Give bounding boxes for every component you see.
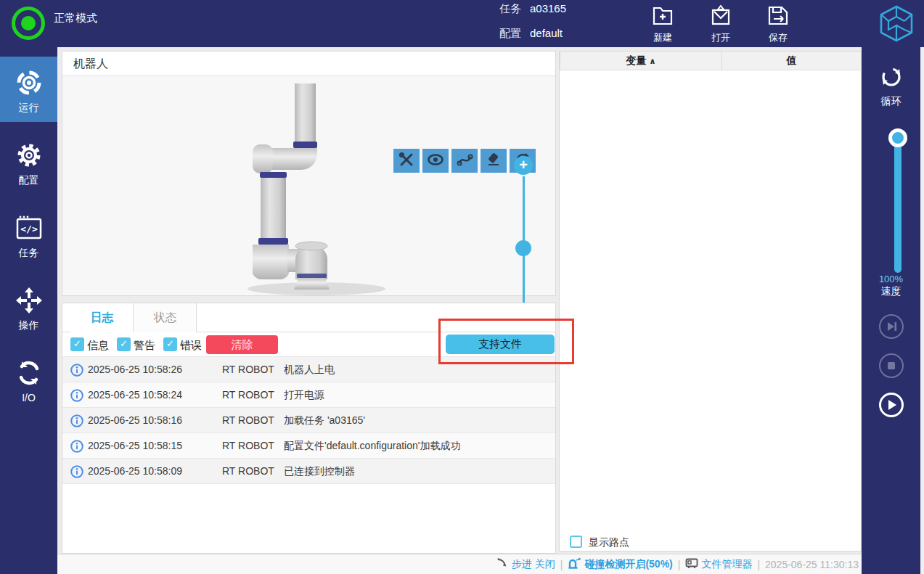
viewport-zoom-control: + −: [512, 156, 534, 327]
clock-timestamp: 2025-06-25 11:30:13: [765, 559, 859, 570]
save-icon: [766, 17, 790, 30]
tools-icon: [398, 152, 414, 171]
app-window: 正常模式 任务a03165 配置default 新建 打开 保存: [0, 0, 924, 574]
save-button[interactable]: 保存: [755, 4, 801, 45]
skip-icon: [880, 327, 902, 340]
left-sidebar: 运行 配置 </> 任务 操作 I/O 2AF3: [0, 47, 57, 574]
log-message: 打开电源: [284, 389, 324, 402]
log-time: 2025-06-25 10:58:15: [88, 440, 182, 451]
zoom-slider-knob[interactable]: [515, 240, 531, 256]
log-row[interactable]: 2025-06-25 10:58:16 RT ROBOT 加载任务 'a0316…: [62, 408, 555, 433]
robot-3d-viewport[interactable]: + −: [62, 76, 555, 295]
tab-status[interactable]: 状态: [134, 303, 197, 332]
sidebar-item-label: 操作: [0, 319, 57, 332]
loop-label: 循环: [862, 95, 920, 108]
open-button[interactable]: 打开: [698, 4, 744, 45]
gear-icon: [15, 160, 44, 172]
right-rail: 循环 100% 速度: [862, 47, 920, 574]
collision-icon: [568, 557, 581, 572]
collision-detect-item[interactable]: 碰撞检测开启(50%): [568, 557, 672, 572]
log-panel: 日志 状态 ✓ 信息 ✓ 警告 ✓ 错误 清除 支持文件 2025-06-25 …: [62, 303, 556, 554]
top-bar: 正常模式 任务a03165 配置default 新建 打开 保存: [0, 0, 924, 47]
file-manager-item[interactable]: 文件管理器: [685, 557, 752, 571]
log-time: 2025-06-25 10:58:26: [88, 364, 182, 375]
log-row[interactable]: 2025-06-25 10:58:24 RT ROBOT 打开电源: [62, 382, 555, 408]
trajectory-button[interactable]: [451, 149, 478, 173]
sidebar-item-run[interactable]: 运行: [0, 57, 57, 122]
robot-panel: 机器人: [62, 51, 556, 296]
show-waypoints-checkbox[interactable]: [570, 536, 582, 548]
variable-header-label: 变量: [626, 54, 647, 66]
new-file-icon: [650, 17, 675, 30]
stop-button[interactable]: [879, 353, 904, 378]
sidebar-item-label: 运行: [0, 102, 57, 115]
save-button-label: 保存: [755, 31, 801, 44]
sidebar-item-label: 任务: [0, 247, 57, 260]
brand-logo-icon: [877, 4, 916, 44]
sort-caret-icon: ∧: [649, 57, 655, 65]
error-checkbox[interactable]: ✓: [163, 337, 177, 351]
step-forward-button[interactable]: [879, 314, 904, 339]
log-source: RT ROBOT: [222, 414, 274, 426]
mode-label: 正常模式: [54, 12, 97, 25]
run-icon: [15, 87, 44, 99]
log-time: 2025-06-25 10:58:09: [88, 465, 182, 477]
play-button[interactable]: [879, 393, 904, 417]
new-button-label: 新建: [639, 31, 686, 44]
eye-icon: [427, 152, 444, 171]
speed-percent: 100%: [862, 274, 920, 284]
erase-button[interactable]: [481, 149, 507, 173]
log-tab-bar: 日志 状态: [62, 303, 555, 332]
support-files-button[interactable]: 支持文件: [446, 335, 555, 354]
file-manager-label: 文件管理器: [701, 558, 752, 571]
collision-detect-label: 碰撞检测开启(50%): [584, 558, 672, 571]
tab-log[interactable]: 日志: [71, 303, 134, 332]
tools-button[interactable]: [393, 149, 420, 173]
sidebar-item-label: 配置: [0, 174, 57, 187]
visibility-button[interactable]: [422, 149, 449, 173]
log-row[interactable]: 2025-06-25 10:58:09 RT ROBOT 已连接到控制器: [62, 459, 555, 484]
sidebar-item-task[interactable]: </> 任务: [0, 202, 57, 267]
log-source: RT ROBOT: [222, 389, 274, 401]
zoom-in-button[interactable]: +: [514, 156, 533, 175]
log-message: 加载任务 'a03165': [284, 414, 365, 427]
log-message: 机器人上电: [284, 364, 335, 377]
stop-icon: [880, 366, 902, 379]
log-row[interactable]: 2025-06-25 10:58:26 RT ROBOT 机器人上电: [62, 357, 555, 382]
error-checkbox-label: 错误: [180, 339, 202, 353]
info-icon: [70, 465, 83, 480]
log-source: RT ROBOT: [222, 364, 274, 375]
separator: |: [757, 559, 760, 570]
speed-slider-track[interactable]: [894, 139, 901, 273]
info-icon: [70, 414, 83, 430]
code-window-icon: </>: [15, 232, 44, 245]
value-header-label: 值: [787, 54, 797, 66]
log-row[interactable]: 2025-06-25 10:58:15 RT ROBOT 配置文件'defaul…: [62, 433, 555, 459]
log-time: 2025-06-25 10:58:24: [88, 389, 182, 401]
speed-slider-knob[interactable]: [888, 128, 907, 147]
value-column-header[interactable]: 值: [722, 52, 862, 70]
right-scroll-strip[interactable]: [920, 47, 924, 574]
loop-button[interactable]: 循环: [862, 62, 920, 108]
open-button-label: 打开: [698, 31, 744, 44]
new-button[interactable]: 新建: [639, 4, 686, 45]
separator: |: [560, 559, 563, 570]
speed-label: 速度: [862, 285, 920, 298]
warning-checkbox-label: 警告: [134, 339, 155, 353]
io-swap-icon: [15, 377, 44, 390]
eraser-icon: [486, 152, 502, 171]
step-mode-item[interactable]: 步进 关闭: [496, 557, 555, 571]
info-icon: [70, 440, 83, 455]
sidebar-item-io[interactable]: I/O: [0, 347, 57, 412]
task-value: a03165: [530, 2, 566, 15]
sidebar-item-operate[interactable]: 操作: [0, 274, 57, 340]
variable-column-header[interactable]: 变量 ∧: [560, 52, 722, 70]
warning-checkbox[interactable]: ✓: [117, 337, 131, 351]
info-checkbox-label: 信息: [87, 339, 109, 353]
clear-button[interactable]: 清除: [206, 335, 278, 354]
sidebar-item-label: I/O: [0, 392, 57, 403]
log-source: RT ROBOT: [222, 465, 274, 477]
log-message: 配置文件'default.configuration'加载成功: [284, 440, 460, 453]
sidebar-item-config[interactable]: 配置: [0, 129, 57, 194]
info-checkbox[interactable]: ✓: [70, 337, 84, 351]
